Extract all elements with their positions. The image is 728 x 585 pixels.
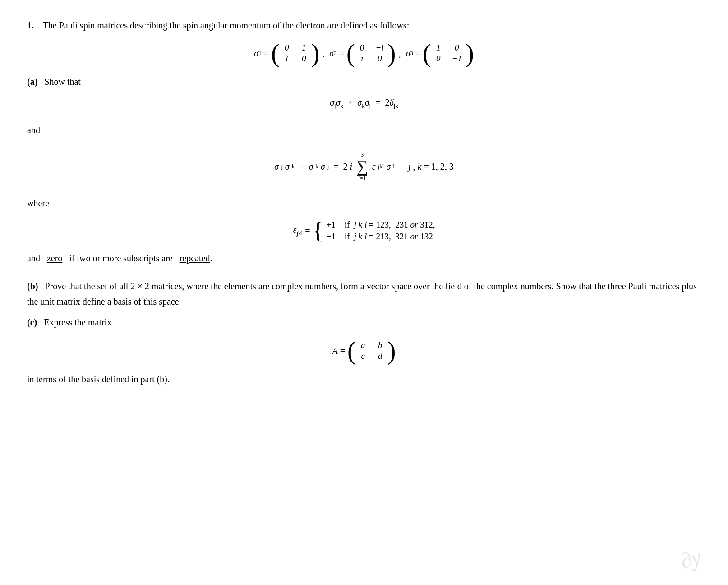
sigma1-grid: 0 1 1 0	[280, 42, 311, 65]
sigma3-label: σ	[405, 48, 410, 59]
matrix-A-equation: A = ( a b c d )	[27, 338, 701, 363]
intro-text: The Pauli spin matrices describing the s…	[43, 20, 410, 30]
paren-right-1: )	[311, 41, 320, 66]
sigma2-label: σ	[329, 48, 334, 59]
cell-1-2: 1	[300, 43, 308, 53]
cell-2-1: 0	[359, 43, 366, 53]
sigma3-sub: 3	[410, 50, 413, 57]
repeated-text: repeated	[180, 253, 210, 263]
sum-lower: l=1	[358, 175, 366, 182]
cell-A-3: c	[359, 351, 367, 361]
cases-row-2: −1 if j k l = 213, 321 or 132	[326, 232, 435, 241]
and-text-1: and	[27, 122, 701, 138]
matrix-A-grid: a b c d	[356, 339, 387, 362]
paren-right-2: )	[387, 41, 396, 66]
problem-intro: 1. The Pauli spin matrices describing th…	[27, 18, 701, 32]
or-2: or	[410, 232, 418, 241]
comma-2: ,	[398, 48, 401, 59]
sigma2-sub: 2	[334, 50, 337, 57]
cell-A-4: d	[377, 351, 384, 361]
eq2-content: σjσk − σkσj = 2i 3 ∑ l=1 εjklσl j, k = 1…	[274, 151, 453, 182]
and-zero-text: and zero if two or more subscripts are r…	[27, 251, 701, 266]
cell-3-1: 1	[435, 43, 442, 53]
left-brace: {	[312, 219, 323, 242]
cell-3-2: 0	[452, 43, 462, 53]
sigma2-matrix: ( 0 −i i 0 )	[346, 41, 396, 66]
sigma2-grid: 0 −i i 0	[355, 42, 387, 65]
case2-condition: if j k l = 213, 321 or 132	[345, 232, 433, 241]
cases-definition: { +1 if j k l = 123, 231 or 312, −1 if j…	[312, 219, 435, 242]
paren-left-A: (	[347, 338, 356, 363]
paren-right-3: )	[465, 41, 474, 66]
part-c-text: Express the matrix	[44, 317, 111, 327]
cell-1-3: 1	[283, 54, 290, 64]
case1-condition: if j k l = 123, 231 or 312,	[345, 220, 435, 230]
or-1: or	[410, 220, 418, 229]
paren-left-1: (	[271, 41, 280, 66]
problem-number: 1.	[27, 20, 34, 30]
zero-text: zero	[47, 253, 62, 263]
part-a-intro: (a) Show that	[27, 74, 701, 89]
matrix-A: ( a b c d )	[347, 338, 396, 363]
part-c-intro: (c) Express the matrix	[27, 315, 701, 330]
where-text: where	[27, 195, 701, 211]
period-1: .	[210, 253, 212, 263]
sum-sigma: ∑	[356, 158, 368, 175]
cell-1-1: 0	[283, 43, 290, 53]
paren-left-2: (	[346, 41, 355, 66]
case2-value: −1	[326, 232, 335, 241]
part-b-intro: (b) Prove that the set of all 2 × 2 matr…	[27, 279, 701, 309]
part-a-text: Show that	[44, 77, 81, 87]
cell-2-3: i	[359, 54, 366, 64]
epsilon-definition: εjkl = { +1 if j k l = 123, 231 or 312, …	[27, 219, 701, 242]
eq1-content: σjσk + σkσj = 2δjk	[330, 98, 398, 110]
cases-rows: +1 if j k l = 123, 231 or 312, −1 if j k…	[326, 220, 435, 241]
A-lhs: A	[332, 346, 338, 356]
cell-1-4: 0	[300, 54, 308, 64]
paren-right-A: )	[387, 338, 396, 363]
cell-3-4: −1	[452, 54, 462, 64]
matrix-definitions-equation: σ1 = ( 0 1 1 0 ) , σ2 = ( 0 −i i 0 ) , σ…	[27, 41, 701, 66]
part-b-text: Prove that the set of all 2 × 2 matrices…	[27, 281, 697, 306]
comma-1: ,	[322, 48, 324, 59]
sigma3-matrix: ( 1 0 0 −1 )	[423, 41, 474, 66]
sigma1-label: σ	[254, 48, 258, 59]
part-a-label: (a)	[27, 77, 37, 87]
summation-symbol: 3 ∑ l=1	[356, 151, 368, 182]
cases-row-1: +1 if j k l = 123, 231 or 312,	[326, 220, 435, 230]
cell-3-3: 0	[435, 54, 442, 64]
case1-value: +1	[326, 220, 335, 230]
cell-A-1: a	[359, 340, 367, 350]
cell-A-2: b	[377, 340, 384, 350]
cell-2-2: −i	[376, 43, 384, 53]
part-c-label: (c)	[27, 317, 37, 327]
and-separator-1: and	[27, 122, 701, 138]
paren-left-3: (	[423, 41, 431, 66]
watermark: ∂y	[678, 544, 704, 574]
cell-2-4: 0	[376, 54, 384, 64]
and2-rest-text: if two or more subscripts are	[69, 253, 172, 263]
sigma1-matrix: ( 0 1 1 0 )	[271, 41, 319, 66]
epsilon-lhs: εjkl	[293, 225, 303, 237]
equation-commutator: σjσk − σkσj = 2i 3 ∑ l=1 εjklσl j, k = 1…	[27, 151, 701, 182]
part-b-label: (b)	[27, 281, 38, 291]
sigma3-grid: 1 0 0 −1	[431, 42, 465, 65]
sigma1-sub: 1	[258, 50, 262, 57]
equation-anticommutator: σjσk + σkσj = 2δjk	[27, 98, 701, 110]
part-c-end-text: in terms of the basis defined in part (b…	[27, 371, 701, 387]
and-text-2: and	[27, 253, 40, 263]
